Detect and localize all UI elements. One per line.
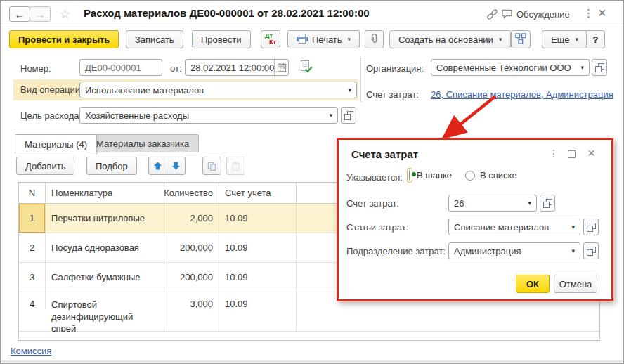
- document-posted-icon[interactable]: [299, 60, 313, 76]
- dialog-menu-dots-icon[interactable]: ⋮: [549, 148, 559, 159]
- dlg-department-open-button[interactable]: [583, 242, 599, 259]
- col-header-n[interactable]: N: [19, 183, 46, 203]
- focus-ring: [407, 168, 412, 183]
- operation-select[interactable]: Использование материалов ▾: [79, 82, 357, 98]
- favorite-star-icon[interactable]: ☆: [60, 7, 70, 22]
- dialog-close-icon[interactable]: ×: [587, 145, 595, 161]
- menu-dots-icon[interactable]: ⋮: [583, 7, 594, 20]
- radio-checked-icon: [409, 169, 410, 181]
- discussion-button[interactable]: Обсуждение: [516, 9, 570, 20]
- attachments-button[interactable]: [365, 30, 384, 48]
- nav-forward-button[interactable]: →: [30, 6, 51, 22]
- radio-in-header-label: В шапке: [417, 170, 452, 181]
- save-button[interactable]: Записать: [126, 30, 183, 48]
- organization-label: Организация:: [366, 63, 424, 74]
- radio-in-header[interactable]: В шапке: [407, 168, 452, 183]
- chevron-down-icon: ▾: [575, 36, 578, 43]
- dialog-ok-button[interactable]: ОК: [516, 275, 550, 293]
- dropdown-arrow-icon[interactable]: ▾: [568, 247, 575, 254]
- dlg-cost-account-label: Счет затрат:: [346, 198, 399, 209]
- tab-materials[interactable]: Материалы (4): [15, 134, 97, 154]
- related-documents-button[interactable]: [511, 30, 531, 48]
- col-header-quantity[interactable]: Количество: [164, 183, 219, 203]
- paperclip-icon: [370, 33, 379, 46]
- dropdown-arrow-icon[interactable]: ▾: [578, 64, 584, 71]
- close-icon[interactable]: ×: [598, 5, 606, 21]
- print-button[interactable]: Печать▾: [287, 30, 360, 48]
- dialog-title: Счета затрат: [351, 148, 418, 160]
- more-button[interactable]: Еще▾: [542, 30, 587, 48]
- dlg-cost-account-select[interactable]: 26 ▾: [448, 195, 537, 212]
- specified-label: Указывается:: [346, 172, 403, 183]
- printer-icon: [297, 34, 308, 46]
- purpose-open-button[interactable]: [341, 107, 356, 124]
- move-down-icon: [171, 161, 181, 171]
- operation-label: Вид операции:: [20, 84, 83, 95]
- app-window: ← → ☆ Расход материалов ДЕ00-000001 от 2…: [0, 0, 624, 364]
- date-prefix-label: от:: [170, 63, 182, 74]
- commission-link[interactable]: Комиссия: [11, 346, 51, 356]
- add-row-button[interactable]: Добавить: [16, 157, 74, 175]
- window-bottom-edge: [1, 360, 623, 363]
- number-input[interactable]: ДЕ00-000001: [79, 59, 162, 76]
- move-down-button[interactable]: [167, 157, 186, 175]
- dropdown-arrow-icon[interactable]: ▾: [568, 223, 575, 230]
- create-based-on-button[interactable]: Создать на основании▾: [389, 30, 511, 48]
- cost-account-link[interactable]: 26, Списание материалов, Администрация: [431, 89, 613, 100]
- dtkt-button[interactable]: ДтКт: [261, 30, 280, 48]
- post-and-close-button[interactable]: Провести и закрыть: [9, 30, 119, 48]
- dropdown-arrow-icon[interactable]: ▾: [326, 112, 332, 119]
- dropdown-arrow-icon[interactable]: ▾: [525, 200, 531, 207]
- cost-accounts-dialog: Счета затрат ⋮ × Указывается: В шапке В …: [337, 138, 613, 301]
- radio-in-list-label: В списке: [480, 170, 517, 181]
- dlg-department-label: Подразделение затрат:: [346, 246, 446, 256]
- dropdown-arrow-icon[interactable]: ▾: [345, 86, 351, 93]
- back-arrow-icon: ←: [15, 8, 25, 20]
- dlg-cost-account-open-button[interactable]: [540, 195, 555, 212]
- purpose-select[interactable]: Хозяйственные расходы ▾: [79, 107, 338, 124]
- paste-button[interactable]: [226, 157, 245, 175]
- dlg-cost-item-open-button[interactable]: [583, 219, 599, 235]
- move-up-button[interactable]: [148, 157, 167, 175]
- tab-customer-materials[interactable]: Материалы заказчика: [86, 134, 199, 152]
- open-form-icon: [586, 222, 597, 233]
- nav-back-button[interactable]: ←: [9, 6, 30, 22]
- paste-icon: [231, 161, 240, 171]
- forward-arrow-icon: →: [35, 8, 46, 20]
- form-column-divider: [360, 58, 361, 102]
- post-button[interactable]: Провести: [192, 30, 251, 48]
- page-title: Расход материалов ДЕ00-000001 от 28.02.2…: [84, 7, 370, 19]
- calendar-icon[interactable]: [274, 60, 288, 75]
- copy-button[interactable]: [202, 157, 221, 175]
- purpose-label: Цель расхода:: [20, 110, 82, 121]
- related-structure-icon: [515, 33, 526, 46]
- dlg-cost-item-label: Статьи затрат:: [346, 222, 408, 233]
- title-bar: ← → ☆ Расход материалов ДЕ00-000001 от 2…: [1, 1, 623, 27]
- dlg-department-select[interactable]: Администрация ▾: [448, 242, 580, 259]
- help-button[interactable]: ?: [586, 30, 605, 48]
- link-icon[interactable]: [486, 8, 498, 22]
- dlg-cost-item-select[interactable]: Списание материалов ▾: [448, 219, 580, 235]
- open-form-icon: [542, 198, 553, 209]
- col-header-account[interactable]: Счет учета: [219, 183, 297, 203]
- col-header-nomenclature[interactable]: Номенклатура: [46, 183, 164, 203]
- open-form-icon: [344, 110, 354, 121]
- date-input[interactable]: 28.02.2021 12:00:00: [185, 59, 289, 76]
- discussion-icon[interactable]: [501, 8, 514, 22]
- pick-button[interactable]: Подбор: [86, 157, 137, 175]
- open-form-icon: [586, 246, 597, 256]
- move-up-icon: [153, 161, 162, 171]
- organization-select[interactable]: Современные Технологии ООО ▾: [431, 59, 590, 76]
- dtkt-icon: ДтКт: [265, 33, 276, 46]
- dialog-cancel-button[interactable]: Отмена: [554, 275, 597, 293]
- dialog-maximize-icon[interactable]: [568, 150, 576, 158]
- copy-icon: [207, 161, 216, 171]
- number-label: Номер:: [20, 63, 51, 74]
- radio-in-list[interactable]: В списке: [465, 170, 517, 181]
- organization-open-button[interactable]: [592, 59, 607, 76]
- open-form-icon: [594, 63, 605, 73]
- chevron-down-icon: ▾: [348, 36, 351, 43]
- cost-account-label: Счет затрат:: [366, 89, 419, 100]
- chevron-down-icon: ▾: [499, 36, 502, 43]
- radio-unchecked-icon: [465, 171, 475, 181]
